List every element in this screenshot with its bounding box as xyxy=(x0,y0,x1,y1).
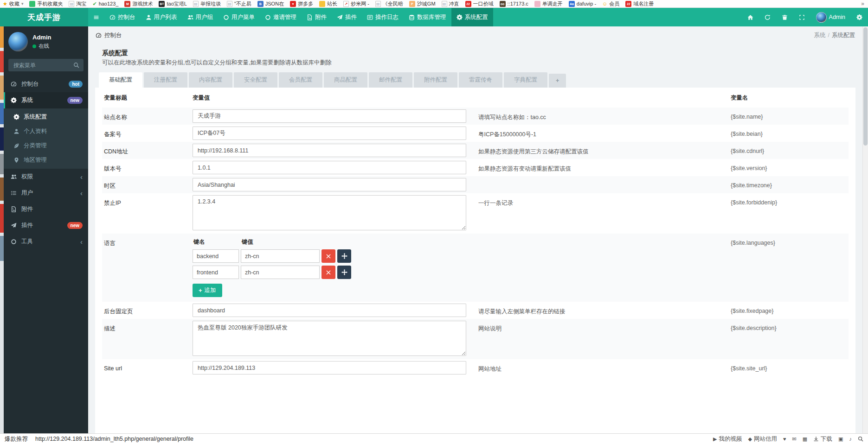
sidebar-item[interactable]: 插件new xyxy=(4,217,88,234)
bookmark-item[interactable]: ▤冲直 xyxy=(442,0,459,7)
sidebar-item[interactable]: 用户‹ xyxy=(4,185,88,201)
settings-button[interactable] xyxy=(851,14,868,20)
sidebar-subitem[interactable]: 系统配置 xyxy=(4,110,88,124)
bookmark-item[interactable]: ▤"不止易 xyxy=(227,0,251,7)
statusbar-heart-item[interactable]: ♥ xyxy=(783,436,786,442)
tab-item[interactable]: 字典配置 xyxy=(504,72,547,88)
bookmark-item[interactable]: M游戏技术 xyxy=(124,0,153,7)
navbar-item[interactable]: 系统配置 xyxy=(451,8,493,26)
navbar-item[interactable]: 用户菜单 xyxy=(218,8,260,26)
scrollbar-thumb[interactable] xyxy=(863,27,868,146)
move-pair-button[interactable] xyxy=(337,249,351,263)
statusbar-play-item[interactable]: ▶我的视频 xyxy=(713,435,742,443)
navbar-item[interactable]: 控制台 xyxy=(104,8,141,26)
bookmark-item[interactable]: 站长 xyxy=(319,0,337,7)
search-icon[interactable] xyxy=(73,62,79,68)
kv-key-input[interactable] xyxy=(193,266,239,279)
breadcrumb-link[interactable]: 系统配置 xyxy=(832,32,855,38)
add-tab-button[interactable]: + xyxy=(549,74,566,88)
sidebar-subitem[interactable]: 个人资料 xyxy=(4,124,88,139)
bookmark-item[interactable]: BJSON在 xyxy=(257,0,284,7)
sidebar-item[interactable]: 系统new xyxy=(4,92,88,108)
config-panel: 系统配置 可以在此增改系统的变量和分组,也可以自定义分组和变量,如果需要删除请从… xyxy=(95,44,855,433)
navbar-item[interactable]: 数据库管理 xyxy=(404,8,451,26)
tab-item[interactable]: 会员配置 xyxy=(279,72,322,88)
home-button[interactable] xyxy=(742,14,759,20)
statusbar-magnifier-item[interactable] xyxy=(858,436,863,442)
sidebar-item[interactable]: 工具‹ xyxy=(4,234,88,250)
bookmark-item[interactable]: ★收藏▾ xyxy=(3,0,23,7)
breadcrumb-home[interactable]: 控制台 xyxy=(96,32,122,39)
config-input[interactable] xyxy=(193,109,466,123)
config-input[interactable] xyxy=(193,127,466,140)
tab-item[interactable]: 雷霆传奇 xyxy=(459,72,502,88)
bookmark-item[interactable]: ↗炒米网 - xyxy=(343,0,369,7)
config-textarea[interactable] xyxy=(193,195,466,230)
move-pair-button[interactable] xyxy=(337,266,351,279)
tab-item[interactable]: 商品配置 xyxy=(324,72,367,88)
sidebar-subitem[interactable]: 分类管理 xyxy=(4,139,88,153)
remove-pair-button[interactable] xyxy=(321,266,335,279)
tab-item[interactable]: 内容配置 xyxy=(189,72,232,88)
statusbar-grid-item[interactable]: ▦ xyxy=(803,436,807,442)
clear-cache-button[interactable] xyxy=(776,14,793,20)
navbar-item[interactable]: 插件 xyxy=(332,8,362,26)
sidebar-item[interactable]: 控制台hot xyxy=(4,76,88,92)
bookmark-item[interactable]: ☺会员 xyxy=(602,0,619,7)
bookmark-item[interactable]: 手机收藏夹 xyxy=(29,0,63,7)
navbar-item[interactable]: 用户组 xyxy=(182,8,219,26)
admin-user-menu[interactable]: Admin xyxy=(810,12,851,23)
brand-logo[interactable]: 天成手游 xyxy=(0,8,88,26)
statusbar-download-item[interactable]: 下载 xyxy=(813,435,832,443)
tab-item[interactable]: 邮件配置 xyxy=(369,72,412,88)
bookmarks-overflow-icon[interactable]: » xyxy=(861,0,864,8)
bookmark-item[interactable]: oo::17173.c xyxy=(500,1,528,7)
bookmark-item[interactable]: 22域名注册 xyxy=(625,0,654,7)
kv-key-input[interactable] xyxy=(193,249,239,263)
statusbar-credit-item[interactable]: ◆网站信用 xyxy=(748,435,777,443)
config-input[interactable] xyxy=(193,161,466,174)
statusbar-mail-item[interactable]: ✉ xyxy=(792,436,796,442)
kv-value-input[interactable] xyxy=(241,249,320,263)
bookmark-item[interactable]: 单调走开 xyxy=(534,0,563,7)
bookmark-item[interactable]: BTtao宝塔L xyxy=(159,0,186,7)
config-input[interactable] xyxy=(193,304,466,317)
config-input[interactable] xyxy=(193,178,466,191)
statusbar-panel-item[interactable]: ▣ xyxy=(838,436,843,442)
search-input[interactable] xyxy=(13,62,73,69)
bookmark-item[interactable]: Aadafuvip - xyxy=(569,1,596,7)
navbar-item[interactable]: 邀请管理 xyxy=(260,8,302,26)
navbar-item[interactable]: 用户列表 xyxy=(141,8,182,26)
bookmark-item[interactable]: P沙城GM xyxy=(409,0,436,7)
kv-value-input[interactable] xyxy=(241,266,320,279)
sidebar-item[interactable]: 权限‹ xyxy=(4,169,88,185)
bookmark-item[interactable]: ▤淘宝 xyxy=(69,0,86,7)
bookmark-item[interactable]: ▤举报垃圾 xyxy=(193,0,221,7)
sidebar-subitem[interactable]: 地区管理 xyxy=(4,153,88,167)
caret-down-icon[interactable]: ▾ xyxy=(21,1,24,6)
bookmark-item[interactable]: 22一口价域 xyxy=(465,0,494,7)
config-input[interactable] xyxy=(193,144,466,157)
tab-active[interactable]: 基础配置 xyxy=(99,72,142,88)
breadcrumb-link[interactable]: 系统 xyxy=(814,32,826,38)
avatar[interactable] xyxy=(8,32,28,51)
bookmark-item[interactable]: ♥拼多多 xyxy=(290,0,313,7)
tab-item[interactable]: 附件配置 xyxy=(414,72,457,88)
navbar-item[interactable]: 附件 xyxy=(302,8,332,26)
statusbar-music-item[interactable]: ♪ xyxy=(849,436,852,442)
page-scrollbar[interactable] xyxy=(862,26,868,433)
config-textarea[interactable] xyxy=(193,321,466,356)
config-input[interactable] xyxy=(193,361,466,374)
tab-item[interactable]: 安全配置 xyxy=(234,72,277,88)
add-pair-button[interactable]: +追加 xyxy=(193,284,222,297)
fullscreen-button[interactable] xyxy=(793,14,810,20)
config-row-varname: {$site.timezone} xyxy=(728,178,849,189)
bookmark-item[interactable]: ▤《全民暗 xyxy=(375,0,403,7)
navbar-item[interactable]: 操作日志 xyxy=(362,8,404,26)
bookmark-item[interactable]: ✔hao123_ xyxy=(92,1,118,7)
remove-pair-button[interactable] xyxy=(321,249,335,263)
refresh-button[interactable] xyxy=(759,14,776,20)
sidebar-toggle-button[interactable] xyxy=(88,8,104,26)
tab-item[interactable]: 注册配置 xyxy=(144,72,187,88)
sidebar-item[interactable]: 附件 xyxy=(4,201,88,217)
